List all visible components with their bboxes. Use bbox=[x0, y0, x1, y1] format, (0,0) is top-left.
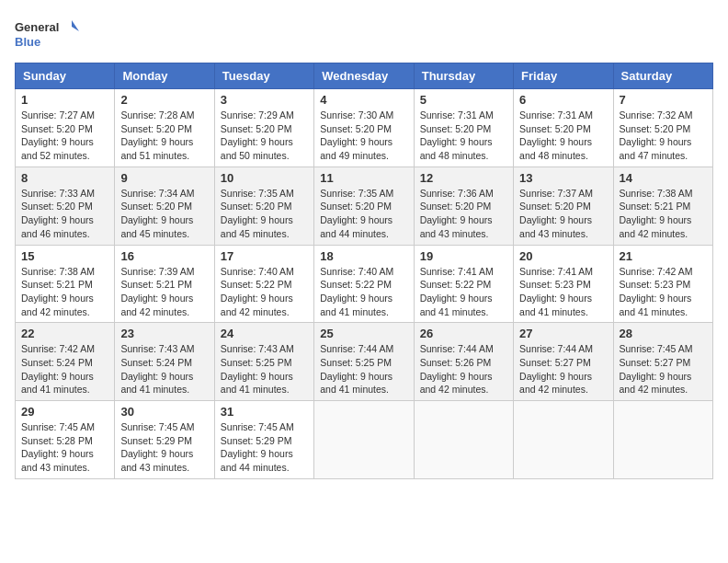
day-info: Sunrise: 7:27 AMSunset: 5:20 PMDaylight:… bbox=[21, 109, 108, 163]
svg-marker-2 bbox=[72, 20, 79, 31]
calendar-cell: 24 Sunrise: 7:43 AMSunset: 5:25 PMDaylig… bbox=[214, 323, 313, 401]
day-info: Sunrise: 7:30 AMSunset: 5:20 PMDaylight:… bbox=[320, 109, 407, 163]
day-info: Sunrise: 7:45 AMSunset: 5:27 PMDaylight:… bbox=[620, 342, 707, 396]
day-info: Sunrise: 7:28 AMSunset: 5:20 PMDaylight:… bbox=[120, 109, 208, 163]
day-number: 2 bbox=[120, 93, 208, 107]
day-number: 17 bbox=[221, 249, 308, 263]
day-info: Sunrise: 7:38 AMSunset: 5:21 PMDaylight:… bbox=[620, 187, 707, 241]
calendar-cell: 21 Sunrise: 7:42 AMSunset: 5:23 PMDaylig… bbox=[613, 245, 712, 323]
day-number: 6 bbox=[519, 93, 607, 107]
calendar-cell: 27 Sunrise: 7:44 AMSunset: 5:27 PMDaylig… bbox=[514, 323, 613, 401]
calendar-cell: 13 Sunrise: 7:37 AMSunset: 5:20 PMDaylig… bbox=[514, 167, 613, 245]
day-number: 29 bbox=[21, 405, 108, 419]
day-number: 3 bbox=[221, 93, 308, 107]
day-info: Sunrise: 7:44 AMSunset: 5:27 PMDaylight:… bbox=[519, 342, 607, 396]
weekday-header: Saturday bbox=[613, 63, 712, 89]
day-info: Sunrise: 7:36 AMSunset: 5:20 PMDaylight:… bbox=[420, 187, 507, 241]
calendar-cell: 7 Sunrise: 7:32 AMSunset: 5:20 PMDayligh… bbox=[613, 89, 712, 167]
calendar-cell: 5 Sunrise: 7:31 AMSunset: 5:20 PMDayligh… bbox=[414, 89, 513, 167]
day-number: 7 bbox=[620, 93, 707, 107]
calendar-cell: 23 Sunrise: 7:43 AMSunset: 5:24 PMDaylig… bbox=[115, 323, 214, 401]
day-number: 1 bbox=[21, 93, 108, 107]
header: General Blue bbox=[15, 15, 713, 52]
calendar-cell: 12 Sunrise: 7:36 AMSunset: 5:20 PMDaylig… bbox=[414, 167, 513, 245]
day-number: 24 bbox=[221, 327, 308, 340]
calendar-cell: 10 Sunrise: 7:35 AMSunset: 5:20 PMDaylig… bbox=[214, 167, 313, 245]
day-info: Sunrise: 7:37 AMSunset: 5:20 PMDaylight:… bbox=[519, 187, 607, 241]
day-number: 25 bbox=[320, 327, 407, 340]
day-number: 9 bbox=[120, 171, 208, 185]
day-number: 21 bbox=[620, 249, 707, 263]
day-info: Sunrise: 7:42 AMSunset: 5:24 PMDaylight:… bbox=[21, 342, 108, 396]
day-number: 8 bbox=[21, 171, 108, 185]
calendar-cell: 15 Sunrise: 7:38 AMSunset: 5:21 PMDaylig… bbox=[16, 245, 115, 323]
calendar-cell: 18 Sunrise: 7:40 AMSunset: 5:22 PMDaylig… bbox=[314, 245, 414, 323]
day-info: Sunrise: 7:29 AMSunset: 5:20 PMDaylight:… bbox=[221, 109, 308, 163]
calendar-cell: 9 Sunrise: 7:34 AMSunset: 5:20 PMDayligh… bbox=[115, 167, 214, 245]
day-info: Sunrise: 7:35 AMSunset: 5:20 PMDaylight:… bbox=[320, 187, 407, 241]
calendar-cell bbox=[613, 401, 712, 479]
calendar-cell: 16 Sunrise: 7:39 AMSunset: 5:21 PMDaylig… bbox=[115, 245, 214, 323]
calendar-cell: 26 Sunrise: 7:44 AMSunset: 5:26 PMDaylig… bbox=[414, 323, 513, 401]
day-info: Sunrise: 7:43 AMSunset: 5:25 PMDaylight:… bbox=[221, 342, 308, 396]
weekday-header: Wednesday bbox=[314, 63, 414, 89]
day-info: Sunrise: 7:41 AMSunset: 5:22 PMDaylight:… bbox=[420, 265, 507, 319]
calendar-cell: 2 Sunrise: 7:28 AMSunset: 5:20 PMDayligh… bbox=[115, 89, 214, 167]
calendar-cell: 14 Sunrise: 7:38 AMSunset: 5:21 PMDaylig… bbox=[613, 167, 712, 245]
day-info: Sunrise: 7:40 AMSunset: 5:22 PMDaylight:… bbox=[221, 265, 308, 319]
weekday-header: Friday bbox=[514, 63, 613, 89]
day-number: 27 bbox=[519, 327, 607, 340]
day-number: 4 bbox=[320, 93, 407, 107]
weekday-header: Thursday bbox=[414, 63, 513, 89]
logo-svg: General Blue bbox=[15, 15, 79, 52]
day-info: Sunrise: 7:38 AMSunset: 5:21 PMDaylight:… bbox=[21, 265, 108, 319]
weekday-header: Sunday bbox=[16, 63, 115, 89]
calendar-cell: 8 Sunrise: 7:33 AMSunset: 5:20 PMDayligh… bbox=[16, 167, 115, 245]
day-number: 30 bbox=[120, 405, 208, 419]
calendar-cell: 3 Sunrise: 7:29 AMSunset: 5:20 PMDayligh… bbox=[214, 89, 313, 167]
calendar-cell: 25 Sunrise: 7:44 AMSunset: 5:25 PMDaylig… bbox=[314, 323, 414, 401]
weekday-header: Tuesday bbox=[214, 63, 313, 89]
day-info: Sunrise: 7:45 AMSunset: 5:29 PMDaylight:… bbox=[221, 420, 308, 475]
calendar-header: SundayMondayTuesdayWednesdayThursdayFrid… bbox=[16, 63, 713, 89]
day-number: 16 bbox=[120, 249, 208, 263]
day-number: 19 bbox=[420, 249, 507, 263]
calendar-cell: 11 Sunrise: 7:35 AMSunset: 5:20 PMDaylig… bbox=[314, 167, 414, 245]
day-number: 22 bbox=[21, 327, 108, 340]
calendar-cell: 1 Sunrise: 7:27 AMSunset: 5:20 PMDayligh… bbox=[16, 89, 115, 167]
day-number: 13 bbox=[519, 171, 607, 185]
day-info: Sunrise: 7:35 AMSunset: 5:20 PMDaylight:… bbox=[221, 187, 308, 241]
day-number: 31 bbox=[221, 405, 308, 419]
weekday-header: Monday bbox=[115, 63, 214, 89]
day-number: 18 bbox=[320, 249, 407, 263]
day-info: Sunrise: 7:45 AMSunset: 5:29 PMDaylight:… bbox=[120, 420, 208, 475]
day-number: 12 bbox=[420, 171, 507, 185]
day-number: 10 bbox=[221, 171, 308, 185]
svg-text:General: General bbox=[15, 20, 59, 34]
calendar-cell: 29 Sunrise: 7:45 AMSunset: 5:28 PMDaylig… bbox=[16, 401, 115, 479]
day-info: Sunrise: 7:39 AMSunset: 5:21 PMDaylight:… bbox=[120, 265, 208, 319]
day-number: 5 bbox=[420, 93, 507, 107]
calendar-cell: 31 Sunrise: 7:45 AMSunset: 5:29 PMDaylig… bbox=[214, 401, 313, 479]
day-info: Sunrise: 7:44 AMSunset: 5:26 PMDaylight:… bbox=[420, 342, 507, 396]
day-info: Sunrise: 7:45 AMSunset: 5:28 PMDaylight:… bbox=[21, 420, 108, 475]
svg-text:Blue: Blue bbox=[15, 35, 40, 49]
calendar-cell: 4 Sunrise: 7:30 AMSunset: 5:20 PMDayligh… bbox=[314, 89, 414, 167]
day-number: 14 bbox=[620, 171, 707, 185]
day-info: Sunrise: 7:41 AMSunset: 5:23 PMDaylight:… bbox=[519, 265, 607, 319]
calendar-cell bbox=[414, 401, 513, 479]
calendar-cell: 6 Sunrise: 7:31 AMSunset: 5:20 PMDayligh… bbox=[514, 89, 613, 167]
day-info: Sunrise: 7:34 AMSunset: 5:20 PMDaylight:… bbox=[120, 187, 208, 241]
calendar-cell: 30 Sunrise: 7:45 AMSunset: 5:29 PMDaylig… bbox=[115, 401, 214, 479]
calendar-cell: 22 Sunrise: 7:42 AMSunset: 5:24 PMDaylig… bbox=[16, 323, 115, 401]
calendar-table: SundayMondayTuesdayWednesdayThursdayFrid… bbox=[15, 63, 713, 479]
calendar-cell: 28 Sunrise: 7:45 AMSunset: 5:27 PMDaylig… bbox=[613, 323, 712, 401]
day-info: Sunrise: 7:40 AMSunset: 5:22 PMDaylight:… bbox=[320, 265, 407, 319]
day-number: 23 bbox=[120, 327, 208, 340]
calendar-cell: 17 Sunrise: 7:40 AMSunset: 5:22 PMDaylig… bbox=[214, 245, 313, 323]
logo: General Blue bbox=[15, 15, 79, 52]
calendar-cell bbox=[314, 401, 414, 479]
calendar-cell: 19 Sunrise: 7:41 AMSunset: 5:22 PMDaylig… bbox=[414, 245, 513, 323]
day-info: Sunrise: 7:31 AMSunset: 5:20 PMDaylight:… bbox=[519, 109, 607, 163]
day-number: 11 bbox=[320, 171, 407, 185]
